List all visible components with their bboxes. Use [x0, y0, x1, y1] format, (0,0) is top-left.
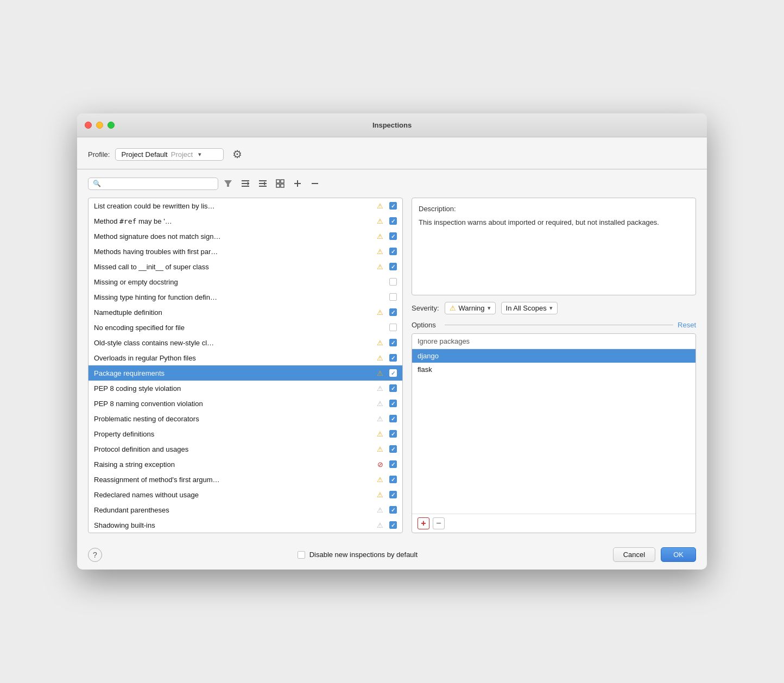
package-item[interactable]: flask	[412, 363, 696, 376]
profile-select[interactable]: Project Default Project ▾	[115, 148, 224, 161]
inspection-checkbox[interactable]	[389, 430, 397, 438]
inspection-checkbox[interactable]	[389, 400, 397, 407]
inspection-item[interactable]: Missed call to __init__ of super class ⚠	[88, 259, 402, 274]
minimize-button[interactable]	[96, 122, 103, 129]
inspection-name: Missed call to __init__ of super class	[94, 263, 375, 271]
inspection-name: PEP 8 coding style violation	[94, 384, 375, 393]
add-inspection-button[interactable]	[290, 176, 305, 191]
inspection-item[interactable]: Redundant parentheses ⚠	[88, 502, 402, 517]
inspection-checkbox[interactable]	[389, 506, 397, 514]
inspection-checkbox[interactable]	[389, 384, 397, 392]
inspection-checkbox[interactable]	[389, 324, 397, 331]
weak-icon: ⚠	[375, 415, 385, 423]
search-input[interactable]	[103, 180, 213, 188]
inspection-checkbox[interactable]	[389, 248, 397, 255]
inspection-item[interactable]: PEP 8 coding style violation ⚠	[88, 381, 402, 396]
inspection-item[interactable]: Old-style class contains new-style cl… ⚠	[88, 335, 402, 350]
warning-icon: ⚠	[450, 304, 456, 312]
inspection-checkbox[interactable]	[389, 339, 397, 346]
inspection-checkbox[interactable]	[389, 202, 397, 210]
inspection-item[interactable]: Redeclared names without usage ⚠	[88, 487, 402, 502]
description-label: Description:	[419, 205, 689, 213]
inspection-item[interactable]: Missing type hinting for function defin……	[88, 289, 402, 305]
add-package-button[interactable]: +	[418, 517, 429, 529]
inspection-item[interactable]: Property definitions ⚠	[88, 426, 402, 441]
inspection-checkbox[interactable]	[389, 476, 397, 483]
inspection-checkbox[interactable]	[389, 369, 397, 377]
help-button[interactable]: ?	[88, 548, 102, 562]
remove-icon	[311, 179, 319, 188]
disable-new-inspections-checkbox[interactable]	[298, 551, 305, 559]
inspection-item[interactable]: Method #ref may be '… ⚠	[88, 213, 402, 229]
footer-area: ? Disable new inspections by default Can…	[77, 542, 707, 570]
help-icon: ?	[93, 551, 97, 559]
inspection-item[interactable]: Method signature does not match sign… ⚠	[88, 229, 402, 244]
severity-select[interactable]: ⚠ Warning ▾	[445, 302, 496, 314]
window-controls	[85, 122, 115, 129]
warning-icon: ⚠	[375, 263, 385, 271]
inspection-checkbox[interactable]	[389, 354, 397, 362]
package-item[interactable]: django	[412, 349, 696, 363]
inspection-checkbox[interactable]	[389, 445, 397, 453]
disable-check-row: Disable new inspections by default	[298, 551, 418, 559]
inspection-checkbox[interactable]	[389, 293, 397, 301]
close-button[interactable]	[85, 122, 92, 129]
warning-icon: ⚠	[375, 369, 385, 377]
inspection-checkbox[interactable]	[389, 415, 397, 422]
warning-icon: ⚠	[375, 339, 385, 347]
inspection-checkbox[interactable]	[389, 521, 397, 529]
inspection-name: Overloads in regular Python files	[94, 354, 375, 362]
profile-label: Profile:	[88, 150, 110, 159]
severity-label: Severity:	[412, 304, 439, 312]
inspection-item[interactable]: Package requirements ⚠	[88, 365, 402, 381]
svg-rect-6	[259, 186, 267, 187]
inspection-checkbox[interactable]	[389, 491, 397, 498]
scope-select[interactable]: In All Scopes ▾	[501, 302, 558, 314]
severity-row: Severity: ⚠ Warning ▾ In All Scopes ▾	[412, 302, 696, 314]
filter-button[interactable]	[220, 176, 236, 191]
collapse-all-button[interactable]	[255, 176, 270, 191]
inspection-item[interactable]: Methods having troubles with first par… …	[88, 244, 402, 259]
ok-button[interactable]: OK	[661, 547, 696, 562]
maximize-button[interactable]	[108, 122, 115, 129]
inspection-item[interactable]: No encoding specified for file ⚠	[88, 320, 402, 335]
inspection-item[interactable]: PEP 8 naming convention violation ⚠	[88, 396, 402, 411]
inspection-item[interactable]: Shadowing built-ins ⚠	[88, 517, 402, 533]
remove-package-button[interactable]: −	[433, 517, 445, 529]
search-icon: 🔍	[93, 180, 101, 187]
profile-row: Profile: Project Default Project ▾ ⚙	[88, 146, 696, 162]
inspection-item[interactable]: Raising a string exception ⊘	[88, 457, 402, 472]
reset-button[interactable]: Reset	[678, 321, 696, 329]
inspection-checkbox[interactable]	[389, 263, 397, 270]
inspection-checkbox[interactable]	[389, 278, 397, 286]
warning-icon: ⚠	[375, 491, 385, 499]
group-button[interactable]	[273, 176, 288, 191]
inspection-checkbox[interactable]	[389, 460, 397, 468]
inspection-item[interactable]: Reassignment of method's first argum… ⚠	[88, 472, 402, 487]
inspection-checkbox[interactable]	[389, 217, 397, 225]
inspection-name: Raising a string exception	[94, 460, 375, 469]
inspection-item[interactable]: Missing or empty docstring ⚠	[88, 274, 402, 289]
inspection-name: Redundant parentheses	[94, 506, 375, 514]
svg-rect-3	[242, 186, 249, 187]
inspection-name: Method signature does not match sign…	[94, 232, 375, 241]
inspection-checkbox[interactable]	[389, 308, 397, 316]
inspection-item[interactable]: Protocol definition and usages ⚠	[88, 441, 402, 457]
gear-button[interactable]: ⚙	[229, 146, 245, 162]
search-box[interactable]: 🔍	[88, 178, 218, 190]
inspection-item[interactable]: List creation could be rewritten by lis……	[88, 198, 402, 213]
profile-sub: Project	[171, 150, 193, 159]
expand-all-button[interactable]	[238, 176, 253, 191]
inspection-checkbox[interactable]	[389, 232, 397, 240]
remove-inspection-button[interactable]	[307, 176, 323, 191]
weak-icon: ⚠	[375, 521, 385, 529]
inspection-name: List creation could be rewritten by lis…	[94, 202, 375, 210]
options-section: Options Reset Ignore packages djangoflas…	[412, 321, 696, 533]
cancel-button[interactable]: Cancel	[613, 547, 655, 562]
inspection-name: Reassignment of method's first argum…	[94, 476, 375, 484]
inspection-item[interactable]: Overloads in regular Python files ⚠	[88, 350, 402, 365]
profile-name: Project Default	[121, 150, 167, 159]
inspection-item[interactable]: Namedtuple definition ⚠	[88, 305, 402, 320]
inspection-item[interactable]: Problematic nesting of decorators ⚠	[88, 411, 402, 426]
options-divider	[445, 325, 673, 325]
